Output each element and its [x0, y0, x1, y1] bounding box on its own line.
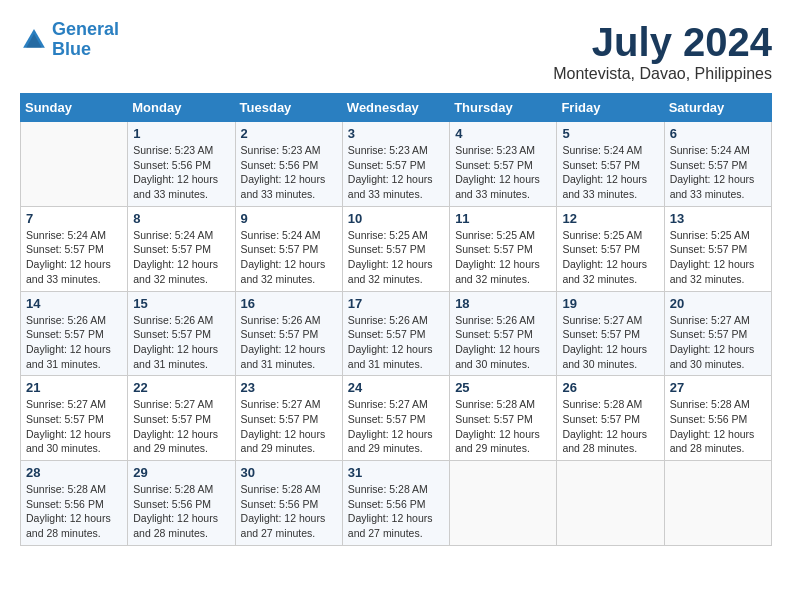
calendar-header: SundayMondayTuesdayWednesdayThursdayFrid… — [21, 94, 772, 122]
header-cell-wednesday: Wednesday — [342, 94, 449, 122]
week-row-5: 28Sunrise: 5:28 AM Sunset: 5:56 PM Dayli… — [21, 461, 772, 546]
day-cell: 27Sunrise: 5:28 AM Sunset: 5:56 PM Dayli… — [664, 376, 771, 461]
day-cell: 26Sunrise: 5:28 AM Sunset: 5:57 PM Dayli… — [557, 376, 664, 461]
day-info: Sunrise: 5:23 AM Sunset: 5:57 PM Dayligh… — [348, 143, 444, 202]
calendar-table: SundayMondayTuesdayWednesdayThursdayFrid… — [20, 93, 772, 546]
page-header: General Blue July 2024 Montevista, Davao… — [20, 20, 772, 83]
day-number: 14 — [26, 296, 122, 311]
day-number: 23 — [241, 380, 337, 395]
day-info: Sunrise: 5:25 AM Sunset: 5:57 PM Dayligh… — [455, 228, 551, 287]
day-cell: 31Sunrise: 5:28 AM Sunset: 5:56 PM Dayli… — [342, 461, 449, 546]
day-info: Sunrise: 5:26 AM Sunset: 5:57 PM Dayligh… — [348, 313, 444, 372]
day-cell: 6Sunrise: 5:24 AM Sunset: 5:57 PM Daylig… — [664, 122, 771, 207]
day-number: 27 — [670, 380, 766, 395]
header-cell-saturday: Saturday — [664, 94, 771, 122]
day-number: 30 — [241, 465, 337, 480]
day-number: 2 — [241, 126, 337, 141]
day-info: Sunrise: 5:26 AM Sunset: 5:57 PM Dayligh… — [26, 313, 122, 372]
day-info: Sunrise: 5:23 AM Sunset: 5:56 PM Dayligh… — [133, 143, 229, 202]
day-cell: 21Sunrise: 5:27 AM Sunset: 5:57 PM Dayli… — [21, 376, 128, 461]
day-info: Sunrise: 5:28 AM Sunset: 5:57 PM Dayligh… — [455, 397, 551, 456]
day-number: 17 — [348, 296, 444, 311]
day-number: 5 — [562, 126, 658, 141]
day-number: 11 — [455, 211, 551, 226]
day-info: Sunrise: 5:23 AM Sunset: 5:56 PM Dayligh… — [241, 143, 337, 202]
day-info: Sunrise: 5:24 AM Sunset: 5:57 PM Dayligh… — [133, 228, 229, 287]
day-cell: 5Sunrise: 5:24 AM Sunset: 5:57 PM Daylig… — [557, 122, 664, 207]
logo-text: General Blue — [52, 20, 119, 60]
day-info: Sunrise: 5:26 AM Sunset: 5:57 PM Dayligh… — [455, 313, 551, 372]
day-info: Sunrise: 5:26 AM Sunset: 5:57 PM Dayligh… — [133, 313, 229, 372]
header-cell-friday: Friday — [557, 94, 664, 122]
day-info: Sunrise: 5:28 AM Sunset: 5:56 PM Dayligh… — [26, 482, 122, 541]
day-cell: 9Sunrise: 5:24 AM Sunset: 5:57 PM Daylig… — [235, 206, 342, 291]
subtitle: Montevista, Davao, Philippines — [553, 65, 772, 83]
week-row-1: 1Sunrise: 5:23 AM Sunset: 5:56 PM Daylig… — [21, 122, 772, 207]
day-info: Sunrise: 5:24 AM Sunset: 5:57 PM Dayligh… — [26, 228, 122, 287]
day-info: Sunrise: 5:27 AM Sunset: 5:57 PM Dayligh… — [26, 397, 122, 456]
day-info: Sunrise: 5:25 AM Sunset: 5:57 PM Dayligh… — [348, 228, 444, 287]
day-info: Sunrise: 5:26 AM Sunset: 5:57 PM Dayligh… — [241, 313, 337, 372]
logo-icon — [20, 26, 48, 54]
day-cell: 12Sunrise: 5:25 AM Sunset: 5:57 PM Dayli… — [557, 206, 664, 291]
day-info: Sunrise: 5:28 AM Sunset: 5:56 PM Dayligh… — [670, 397, 766, 456]
day-cell: 19Sunrise: 5:27 AM Sunset: 5:57 PM Dayli… — [557, 291, 664, 376]
week-row-2: 7Sunrise: 5:24 AM Sunset: 5:57 PM Daylig… — [21, 206, 772, 291]
day-info: Sunrise: 5:28 AM Sunset: 5:56 PM Dayligh… — [348, 482, 444, 541]
day-cell: 7Sunrise: 5:24 AM Sunset: 5:57 PM Daylig… — [21, 206, 128, 291]
day-number: 1 — [133, 126, 229, 141]
day-cell — [664, 461, 771, 546]
day-cell: 22Sunrise: 5:27 AM Sunset: 5:57 PM Dayli… — [128, 376, 235, 461]
logo: General Blue — [20, 20, 119, 60]
day-cell — [557, 461, 664, 546]
day-cell: 30Sunrise: 5:28 AM Sunset: 5:56 PM Dayli… — [235, 461, 342, 546]
day-cell: 8Sunrise: 5:24 AM Sunset: 5:57 PM Daylig… — [128, 206, 235, 291]
day-number: 16 — [241, 296, 337, 311]
day-cell: 28Sunrise: 5:28 AM Sunset: 5:56 PM Dayli… — [21, 461, 128, 546]
day-number: 26 — [562, 380, 658, 395]
day-info: Sunrise: 5:27 AM Sunset: 5:57 PM Dayligh… — [133, 397, 229, 456]
day-number: 20 — [670, 296, 766, 311]
header-cell-tuesday: Tuesday — [235, 94, 342, 122]
day-info: Sunrise: 5:25 AM Sunset: 5:57 PM Dayligh… — [670, 228, 766, 287]
day-info: Sunrise: 5:28 AM Sunset: 5:56 PM Dayligh… — [241, 482, 337, 541]
day-cell: 15Sunrise: 5:26 AM Sunset: 5:57 PM Dayli… — [128, 291, 235, 376]
day-cell: 4Sunrise: 5:23 AM Sunset: 5:57 PM Daylig… — [450, 122, 557, 207]
day-number: 22 — [133, 380, 229, 395]
day-number: 15 — [133, 296, 229, 311]
day-info: Sunrise: 5:27 AM Sunset: 5:57 PM Dayligh… — [562, 313, 658, 372]
title-block: July 2024 Montevista, Davao, Philippines — [553, 20, 772, 83]
day-cell — [450, 461, 557, 546]
header-cell-thursday: Thursday — [450, 94, 557, 122]
day-number: 3 — [348, 126, 444, 141]
day-info: Sunrise: 5:27 AM Sunset: 5:57 PM Dayligh… — [241, 397, 337, 456]
day-info: Sunrise: 5:28 AM Sunset: 5:57 PM Dayligh… — [562, 397, 658, 456]
main-title: July 2024 — [553, 20, 772, 65]
day-info: Sunrise: 5:27 AM Sunset: 5:57 PM Dayligh… — [670, 313, 766, 372]
day-cell: 17Sunrise: 5:26 AM Sunset: 5:57 PM Dayli… — [342, 291, 449, 376]
day-cell: 1Sunrise: 5:23 AM Sunset: 5:56 PM Daylig… — [128, 122, 235, 207]
day-cell: 18Sunrise: 5:26 AM Sunset: 5:57 PM Dayli… — [450, 291, 557, 376]
header-cell-sunday: Sunday — [21, 94, 128, 122]
day-number: 12 — [562, 211, 658, 226]
day-number: 24 — [348, 380, 444, 395]
day-cell: 16Sunrise: 5:26 AM Sunset: 5:57 PM Dayli… — [235, 291, 342, 376]
day-number: 28 — [26, 465, 122, 480]
day-info: Sunrise: 5:23 AM Sunset: 5:57 PM Dayligh… — [455, 143, 551, 202]
day-info: Sunrise: 5:24 AM Sunset: 5:57 PM Dayligh… — [670, 143, 766, 202]
day-cell: 11Sunrise: 5:25 AM Sunset: 5:57 PM Dayli… — [450, 206, 557, 291]
day-cell: 3Sunrise: 5:23 AM Sunset: 5:57 PM Daylig… — [342, 122, 449, 207]
day-number: 18 — [455, 296, 551, 311]
day-info: Sunrise: 5:25 AM Sunset: 5:57 PM Dayligh… — [562, 228, 658, 287]
day-number: 25 — [455, 380, 551, 395]
day-cell: 2Sunrise: 5:23 AM Sunset: 5:56 PM Daylig… — [235, 122, 342, 207]
day-cell: 10Sunrise: 5:25 AM Sunset: 5:57 PM Dayli… — [342, 206, 449, 291]
day-number: 13 — [670, 211, 766, 226]
day-info: Sunrise: 5:24 AM Sunset: 5:57 PM Dayligh… — [562, 143, 658, 202]
day-cell: 29Sunrise: 5:28 AM Sunset: 5:56 PM Dayli… — [128, 461, 235, 546]
day-cell: 13Sunrise: 5:25 AM Sunset: 5:57 PM Dayli… — [664, 206, 771, 291]
day-number: 8 — [133, 211, 229, 226]
day-number: 31 — [348, 465, 444, 480]
day-info: Sunrise: 5:24 AM Sunset: 5:57 PM Dayligh… — [241, 228, 337, 287]
day-number: 7 — [26, 211, 122, 226]
